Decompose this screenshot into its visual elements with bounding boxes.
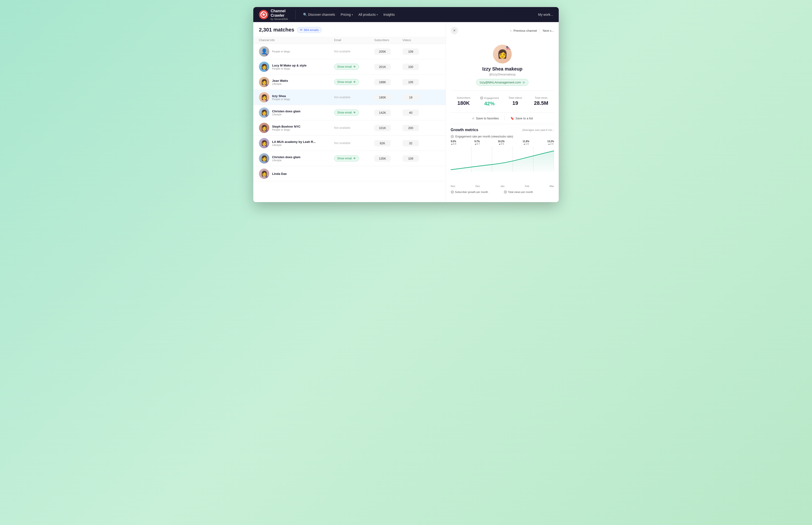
table-row[interactable]: 👩 🇺🇸 Steph Boehrer NYC People or blogs N…: [253, 120, 446, 136]
nav-all-products[interactable]: All products ▾: [358, 13, 378, 16]
flag-icon: 🇺🇸: [266, 69, 269, 72]
th-email: Email: [334, 39, 374, 42]
channel-cell: 👩 🇺🇸 Lucy M Make up & style People or bl…: [259, 62, 334, 72]
flag-icon: 🇺🇸: [266, 146, 269, 148]
action-divider: [504, 116, 505, 121]
stat-engagement: i Engagement 42%: [476, 94, 502, 108]
month-feb: Feb: [525, 185, 530, 188]
next-channel-button[interactable]: Next c...: [543, 29, 554, 32]
avatar: 👩 🇺🇸: [259, 153, 269, 164]
subscribers-value: 101K: [374, 125, 391, 131]
channel-name: Izzy Shea: [272, 94, 290, 98]
panel-nav: ← Previous channel Next c...: [510, 28, 554, 33]
table-row[interactable]: 👩 🇺🇸 Linda Dae: [253, 166, 446, 181]
channel-cell: 👩 🇺🇸 LA MUA academy by Leah R... Lifesty…: [259, 138, 334, 148]
month-mar: Mar: [550, 185, 554, 188]
data-col-feb: 11.8% ▲1.6: [523, 140, 529, 145]
channel-cell: 👩 🇺🇸 Christen does glam Lifestyle: [259, 107, 334, 118]
save-to-list-button[interactable]: 🔖 Save to a list: [510, 117, 533, 120]
show-email-button[interactable]: Show email 👁: [334, 155, 359, 162]
navbar: Channel Crawler by StreamDNA 🔍 Discover …: [253, 7, 559, 22]
videos-value: 19: [402, 94, 419, 101]
month-dec: Dec: [476, 185, 480, 188]
stat-value: 28.5M: [534, 100, 548, 106]
table-row[interactable]: 👤 🇺🇸 People or blogs Not available 205K …: [253, 44, 446, 59]
videos-value: 100: [402, 64, 419, 70]
channel-name: LA MUA academy by Leah R...: [272, 140, 316, 144]
channel-category: People or blogs: [272, 128, 301, 131]
table-row[interactable]: 👩 🇺🇸 Lucy M Make up & style People or bl…: [253, 59, 446, 75]
eye-icon: 👁: [353, 157, 356, 160]
profile-section: 👩 🇺🇸 Izzy Shea makeup @IzzySheamakeup Iz…: [451, 41, 554, 91]
stat-value: 42%: [484, 101, 494, 107]
nav-insights[interactable]: Insights: [383, 13, 395, 16]
results-count: 2,301 matches: [259, 27, 294, 33]
nav-pricing[interactable]: Pricing ▾: [341, 13, 353, 16]
prev-channel-button[interactable]: ← Previous channel: [510, 29, 537, 32]
th-videos: Videos: [402, 39, 426, 42]
subscribers-value: 180K: [374, 94, 391, 101]
channel-category: Lifestyle: [272, 82, 288, 85]
table-row[interactable]: 👩 🇺🇸 Christen does glam Lifestyle Show e…: [253, 105, 446, 120]
email-status: Not available: [334, 141, 374, 145]
nav-discover[interactable]: 🔍 Discover channels: [303, 13, 335, 16]
info-icon: i: [451, 190, 454, 194]
copy-icon[interactable]: ⧉: [523, 81, 525, 84]
stat-value: 19: [512, 100, 518, 106]
line-chart-svg: [451, 146, 554, 177]
show-email-button[interactable]: Show email 👁: [334, 109, 359, 116]
email-badge: ✉ 864 emails: [297, 27, 322, 33]
table-row[interactable]: 👩 🇺🇸 Izzy Shea People or blogs Not avail…: [253, 90, 446, 105]
stat-label: i Engagement: [480, 96, 499, 100]
action-row: ☆ Save to favorites 🔖 Save to a list: [451, 112, 554, 124]
channel-cell: 👩 🇺🇸 Jean Watts Lifestyle: [259, 77, 334, 87]
chart-data-labels: 9.0% ▲0.4 9.7% ▲0.7 10.2% ▲0.5 11.8%: [451, 140, 554, 145]
info-icon: i: [504, 190, 507, 194]
chart-months: Nov Dec Jan Feb Mar: [451, 185, 554, 188]
channel-cell: 👩 🇺🇸 Izzy Shea People or blogs: [259, 92, 334, 103]
table-row[interactable]: 👩 🇺🇸 LA MUA academy by Leah R... Lifesty…: [253, 136, 446, 151]
close-button[interactable]: ×: [451, 27, 458, 34]
brand-logo[interactable]: Channel Crawler by StreamDNA: [259, 9, 288, 20]
chevron-down-icon: ▾: [377, 13, 378, 16]
show-email-button[interactable]: Show email 👁: [334, 64, 359, 70]
channel-cell: 👤 🇺🇸 People or blogs: [259, 46, 334, 57]
videos-value: 40: [402, 109, 419, 116]
info-icon: i: [451, 135, 454, 138]
month-nov: Nov: [451, 185, 455, 188]
growth-title: Growth metrics: [451, 128, 478, 132]
table-row[interactable]: 👩 🇺🇸 Jean Watts Lifestyle Show email 👁 1…: [253, 75, 446, 90]
nav-divider: [540, 28, 540, 33]
avatar: 👤 🇺🇸: [259, 46, 269, 57]
channel-name: Lucy M Make up & style: [272, 64, 307, 67]
th-channel-info: Channel info: [259, 39, 334, 42]
engagement-chart-section: i Engagement rate per month (views/subs …: [451, 135, 554, 188]
nav-my-workspace[interactable]: My work...: [538, 13, 553, 16]
bookmark-icon: 🔖: [510, 117, 514, 120]
stat-label: Total videos: [508, 96, 522, 99]
videos-value: 109: [402, 155, 419, 162]
data-col-jan: 10.2% ▲0.5: [498, 140, 504, 145]
flag-icon: 🇺🇸: [266, 54, 269, 57]
show-email-button[interactable]: Show email 👁: [334, 79, 359, 85]
chart-label: i Engagement rate per month (views/subs …: [451, 135, 554, 138]
email-icon: ✉: [300, 28, 302, 31]
sub-growth-label: i Subscriber growth per month: [451, 190, 501, 194]
save-to-favorites-button[interactable]: ☆ Save to favorites: [472, 117, 499, 120]
table-row[interactable]: 👩 🇺🇸 Christen does glam Lifestyle Show e…: [253, 151, 446, 166]
videos-value: 200: [402, 125, 419, 131]
profile-name: Izzy Shea makeup: [482, 66, 522, 72]
profile-email: Izzy@MALAmanagement.com ⧉: [476, 79, 528, 86]
channel-category: People or blogs: [272, 67, 307, 70]
channel-category: Lifestyle: [272, 113, 301, 116]
table-header: Channel info Email Subscribers Videos: [253, 37, 446, 44]
search-icon: 🔍: [303, 13, 307, 16]
stats-row: Subscribers 180K i Engagement 42% Total …: [451, 91, 554, 112]
results-header: 2,301 matches ✉ 864 emails: [253, 27, 446, 37]
info-icon: i: [480, 96, 483, 100]
channel-category: People or blogs: [272, 98, 290, 101]
channel-cell: 👩 🇺🇸 Linda Dae: [259, 168, 334, 179]
views-growth-label: i Total views per month: [504, 190, 554, 194]
avatar: 👩 🇺🇸: [259, 138, 269, 148]
avatar: 👩 🇺🇸: [259, 168, 269, 179]
